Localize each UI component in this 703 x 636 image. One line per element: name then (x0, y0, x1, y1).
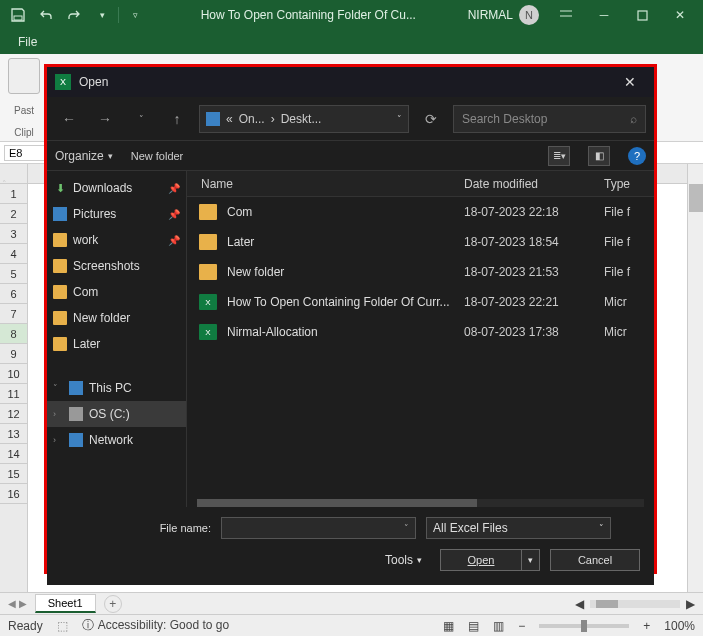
ribbon-options-icon[interactable] (547, 0, 585, 30)
nav-back-icon[interactable]: ← (55, 105, 83, 133)
row-header[interactable]: 5 (0, 264, 27, 284)
file-row[interactable]: Later18-07-2023 18:54File f (187, 227, 654, 257)
search-input[interactable]: Search Desktop ⌕ (453, 105, 646, 133)
clipboard-group-label: Clipl (14, 127, 33, 138)
save-icon[interactable] (4, 1, 32, 29)
row-header[interactable]: 8 (0, 324, 27, 344)
help-icon[interactable]: ? (628, 147, 646, 165)
file-row[interactable]: Com18-07-2023 22:18File f (187, 197, 654, 227)
row-header[interactable]: 6 (0, 284, 27, 304)
maximize-icon[interactable] (623, 0, 661, 30)
dialog-close-button[interactable]: ✕ (614, 69, 646, 95)
row-header[interactable]: 14 (0, 444, 27, 464)
col-type[interactable]: Type (604, 177, 654, 191)
cancel-button[interactable]: Cancel (550, 549, 640, 571)
file-row[interactable]: XHow To Open Containing Folder Of Curr..… (187, 287, 654, 317)
sort-indicator-icon[interactable]: ˄ (0, 179, 11, 189)
dialog-title: Open (79, 75, 614, 89)
row-header[interactable]: 13 (0, 424, 27, 444)
view-mode-button[interactable]: ≣ ▾ (548, 146, 570, 166)
open-split-button[interactable]: ▾ (522, 549, 540, 571)
zoom-level[interactable]: 100% (664, 619, 695, 633)
open-button[interactable]: Open (440, 549, 522, 571)
tree-item[interactable]: New folder (47, 305, 186, 331)
tree-item[interactable]: Com (47, 279, 186, 305)
sheet-nav[interactable]: ◀ ▶ (8, 598, 27, 609)
accessibility-status[interactable]: ⓘAccessibility: Good to go (82, 617, 229, 634)
close-icon[interactable]: ✕ (661, 0, 699, 30)
row-header[interactable]: 3 (0, 224, 27, 244)
user-account[interactable]: NIRMAL N (468, 5, 539, 25)
filetype-dropdown[interactable]: All Excel Files˅ (426, 517, 611, 539)
view-normal-icon[interactable]: ▦ (443, 619, 454, 633)
tree-item[interactable]: › OS (C:) (47, 401, 186, 427)
nav-forward-icon[interactable]: → (91, 105, 119, 133)
tools-menu[interactable]: Tools▾ (385, 553, 422, 567)
refresh-icon[interactable]: ⟳ (417, 105, 445, 133)
excel-icon: X (55, 74, 71, 90)
dialog-titlebar: X Open ✕ (47, 67, 654, 97)
sheet-tab-bar: ◀ ▶ Sheet1 + ◀ ▶ (0, 592, 703, 614)
new-folder-button[interactable]: New folder (131, 150, 184, 162)
row-header[interactable]: 12 (0, 404, 27, 424)
qat-overflow-icon[interactable]: ▿ (121, 1, 149, 29)
ribbon-tabs: File (0, 30, 703, 54)
tree-item[interactable]: Pictures📌 (47, 201, 186, 227)
nav-tree: ⬇Downloads📌Pictures📌work📌ScreenshotsComN… (47, 171, 187, 507)
col-date[interactable]: Date modified (464, 177, 604, 191)
tree-item[interactable]: Screenshots (47, 253, 186, 279)
horizontal-scrollbar[interactable] (590, 600, 680, 608)
row-header[interactable]: 7 (0, 304, 27, 324)
tree-item[interactable]: ˅ This PC (47, 375, 186, 401)
filename-input[interactable]: ˅ (221, 517, 416, 539)
tree-item[interactable]: › Network (47, 427, 186, 453)
file-row[interactable]: New folder18-07-2023 21:53File f (187, 257, 654, 287)
row-header[interactable]: 4 (0, 244, 27, 264)
zoom-in-icon[interactable]: + (643, 619, 650, 633)
vertical-scrollbar[interactable] (687, 164, 703, 592)
file-row[interactable]: XNirmal-Allocation08-07-2023 17:38Micr (187, 317, 654, 347)
tab-file[interactable]: File (8, 30, 47, 54)
add-sheet-button[interactable]: + (104, 595, 122, 613)
row-header[interactable]: 9 (0, 344, 27, 364)
tree-item[interactable]: ⬇Downloads📌 (47, 175, 186, 201)
row-header[interactable]: 10 (0, 364, 27, 384)
nav-up-icon[interactable]: ↑ (163, 105, 191, 133)
breadcrumb-seg[interactable]: On... (239, 112, 265, 126)
file-list: Com18-07-2023 22:18File fLater18-07-2023… (187, 197, 654, 495)
redo-icon[interactable] (60, 1, 88, 29)
row-header[interactable]: 16 (0, 484, 27, 504)
qat-dropdown-icon[interactable]: ▾ (88, 1, 116, 29)
search-placeholder: Search Desktop (462, 112, 547, 126)
minimize-icon[interactable]: ─ (585, 0, 623, 30)
hscroll-left-icon[interactable]: ◀ (575, 597, 584, 611)
sheet-tab-active[interactable]: Sheet1 (35, 594, 96, 613)
user-avatar: N (519, 5, 539, 25)
list-hscroll[interactable] (197, 499, 644, 507)
organize-menu[interactable]: Organize▾ (55, 149, 113, 163)
open-dialog: X Open ✕ ← → ˅ ↑ « On... › Deskt... ˅ ⟳ … (44, 64, 657, 574)
zoom-slider[interactable] (539, 624, 629, 628)
view-pagebreak-icon[interactable]: ▥ (493, 619, 504, 633)
macro-record-icon[interactable]: ⬚ (57, 619, 68, 633)
col-name[interactable]: Name (201, 177, 464, 191)
nav-history-icon[interactable]: ˅ (127, 105, 155, 133)
filename-label: File name: (61, 522, 211, 534)
dialog-footer: File name: ˅ All Excel Files˅ Tools▾ Ope… (47, 507, 654, 585)
paste-icon[interactable] (8, 58, 40, 94)
row-header[interactable]: 2 (0, 204, 27, 224)
hscroll-right-icon[interactable]: ▶ (686, 597, 695, 611)
row-headers: 1 2 3 4 5 6 7 8 9 10 11 12 13 14 15 16 (0, 164, 28, 592)
undo-icon[interactable] (32, 1, 60, 29)
row-header[interactable]: 11 (0, 384, 27, 404)
address-bar[interactable]: « On... › Deskt... ˅ (199, 105, 409, 133)
view-layout-icon[interactable]: ▤ (468, 619, 479, 633)
tree-item[interactable]: work📌 (47, 227, 186, 253)
status-ready: Ready (8, 619, 43, 633)
row-header[interactable]: 15 (0, 464, 27, 484)
breadcrumb-seg[interactable]: Deskt... (281, 112, 322, 126)
zoom-out-icon[interactable]: − (518, 619, 525, 633)
user-name: NIRMAL (468, 8, 513, 22)
tree-item[interactable]: Later (47, 331, 186, 357)
preview-pane-button[interactable]: ◧ (588, 146, 610, 166)
